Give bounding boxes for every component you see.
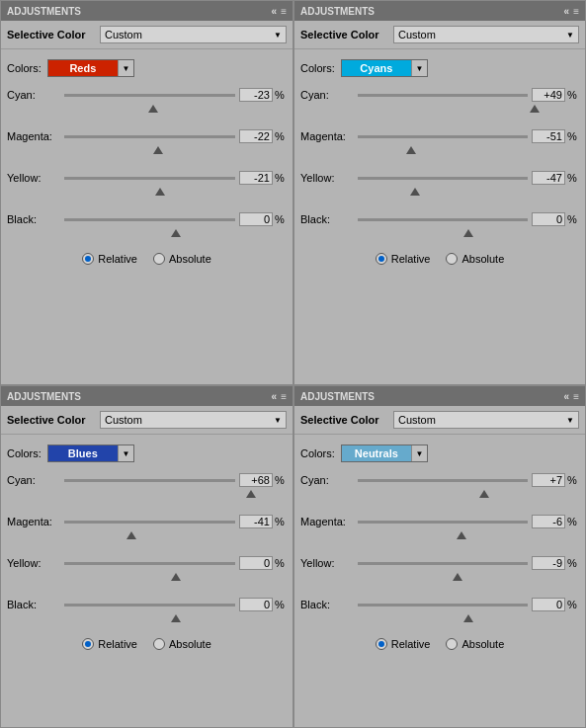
preset-select[interactable]: Custom▼ xyxy=(100,26,287,43)
slider-value[interactable]: -22 xyxy=(239,129,273,143)
slider-thumb-icon[interactable] xyxy=(171,229,181,237)
slider-thumb-container[interactable] xyxy=(358,188,579,198)
slider-thumb-icon[interactable] xyxy=(410,188,420,196)
slider-track[interactable] xyxy=(358,472,528,488)
menu-icon[interactable]: ≡ xyxy=(573,6,579,17)
slider-track[interactable] xyxy=(64,128,235,144)
slider-thumb-icon[interactable] xyxy=(463,229,473,237)
slider-track[interactable] xyxy=(358,87,528,103)
radio-relative-button[interactable] xyxy=(82,638,94,650)
slider-value[interactable]: +7 xyxy=(532,473,565,487)
slider-thumb-container[interactable] xyxy=(358,146,579,156)
radio-relative-button[interactable] xyxy=(376,253,387,265)
slider-track[interactable] xyxy=(358,514,528,529)
slider-thumb-icon[interactable] xyxy=(153,146,163,154)
slider-track[interactable] xyxy=(358,555,528,571)
radio-relative[interactable]: Relative xyxy=(82,638,137,650)
slider-thumb-container[interactable] xyxy=(64,531,287,541)
slider-value[interactable]: -51 xyxy=(532,129,565,143)
slider-thumb-container[interactable] xyxy=(64,614,287,624)
radio-absolute[interactable]: Absolute xyxy=(153,638,211,650)
radio-relative-button[interactable] xyxy=(376,638,387,650)
slider-value[interactable]: 0 xyxy=(532,598,565,611)
slider-thumb-icon[interactable] xyxy=(457,531,466,539)
slider-value[interactable]: +49 xyxy=(532,88,565,102)
collapse-icon[interactable]: « xyxy=(564,6,570,17)
menu-icon[interactable]: ≡ xyxy=(281,391,287,402)
slider-thumb-icon[interactable] xyxy=(171,573,181,581)
slider-thumb-icon[interactable] xyxy=(171,614,181,622)
radio-absolute-button[interactable] xyxy=(153,253,165,265)
slider-thumb-container[interactable] xyxy=(64,188,287,198)
color-dropdown-arrow-icon[interactable]: ▼ xyxy=(118,60,133,76)
slider-value[interactable]: 0 xyxy=(532,212,565,226)
color-dropdown-arrow-icon[interactable]: ▼ xyxy=(411,60,427,76)
slider-track[interactable] xyxy=(358,128,528,144)
slider-thumb-container[interactable] xyxy=(358,105,579,115)
radio-absolute[interactable]: Absolute xyxy=(153,253,211,265)
slider-thumb-container[interactable] xyxy=(358,614,579,624)
slider-value[interactable]: -9 xyxy=(532,556,565,570)
slider-thumb-container[interactable] xyxy=(358,490,579,500)
slider-thumb-icon[interactable] xyxy=(530,105,540,113)
collapse-icon[interactable]: « xyxy=(564,391,570,402)
slider-value[interactable]: -41 xyxy=(239,515,273,528)
color-selector-button[interactable]: Cyans▼ xyxy=(341,59,428,77)
preset-select[interactable]: Custom▼ xyxy=(393,411,579,429)
slider-thumb-container[interactable] xyxy=(64,490,287,500)
radio-relative-button[interactable] xyxy=(82,253,94,265)
collapse-icon[interactable]: « xyxy=(272,6,278,17)
radio-absolute[interactable]: Absolute xyxy=(446,253,504,265)
slider-track[interactable] xyxy=(358,597,528,612)
slider-thumb-container[interactable] xyxy=(358,573,579,583)
slider-track[interactable] xyxy=(64,597,235,612)
radio-relative[interactable]: Relative xyxy=(82,253,137,265)
slider-thumb-icon[interactable] xyxy=(406,146,416,154)
color-dropdown-arrow-icon[interactable]: ▼ xyxy=(118,445,133,461)
slider-value[interactable]: 0 xyxy=(239,212,273,226)
color-selector-button[interactable]: Blues▼ xyxy=(47,445,134,462)
slider-thumb-icon[interactable] xyxy=(155,188,165,196)
slider-track[interactable] xyxy=(64,170,235,186)
radio-absolute[interactable]: Absolute xyxy=(446,638,504,650)
slider-value[interactable]: -21 xyxy=(239,171,273,185)
slider-value[interactable]: 0 xyxy=(239,556,273,570)
slider-thumb-icon[interactable] xyxy=(463,614,473,622)
radio-relative[interactable]: Relative xyxy=(376,253,431,265)
slider-track[interactable] xyxy=(64,514,235,529)
radio-absolute-button[interactable] xyxy=(446,253,458,265)
color-selector-button[interactable]: Neutrals▼ xyxy=(341,445,428,462)
radio-relative[interactable]: Relative xyxy=(376,638,431,650)
slider-thumb-icon[interactable] xyxy=(246,490,256,498)
slider-track[interactable] xyxy=(358,211,528,227)
slider-value[interactable]: +68 xyxy=(239,473,273,487)
slider-track[interactable] xyxy=(358,170,528,186)
slider-thumb-icon[interactable] xyxy=(479,490,489,498)
collapse-icon[interactable]: « xyxy=(272,391,278,402)
color-selector-button[interactable]: Reds▼ xyxy=(47,59,134,77)
slider-value[interactable]: -47 xyxy=(532,171,565,185)
menu-icon[interactable]: ≡ xyxy=(573,391,579,402)
color-dropdown-arrow-icon[interactable]: ▼ xyxy=(411,445,427,461)
slider-thumb-container[interactable] xyxy=(64,229,287,239)
slider-thumb-container[interactable] xyxy=(64,146,287,156)
slider-value[interactable]: -23 xyxy=(239,88,273,102)
slider-thumb-container[interactable] xyxy=(358,229,579,239)
slider-thumb-icon[interactable] xyxy=(453,573,462,581)
slider-value[interactable]: -6 xyxy=(532,515,565,528)
slider-thumb-container[interactable] xyxy=(64,573,287,583)
slider-thumb-container[interactable] xyxy=(358,531,579,541)
preset-select[interactable]: Custom▼ xyxy=(393,26,579,43)
radio-absolute-button[interactable] xyxy=(446,638,458,650)
slider-track[interactable] xyxy=(64,555,235,571)
slider-track[interactable] xyxy=(64,472,235,488)
slider-value[interactable]: 0 xyxy=(239,598,273,611)
slider-track[interactable] xyxy=(64,87,235,103)
menu-icon[interactable]: ≡ xyxy=(281,6,287,17)
slider-track[interactable] xyxy=(64,211,235,227)
slider-thumb-container[interactable] xyxy=(64,105,287,115)
preset-select[interactable]: Custom▼ xyxy=(100,411,287,429)
slider-thumb-icon[interactable] xyxy=(126,531,136,539)
radio-absolute-button[interactable] xyxy=(153,638,165,650)
slider-thumb-icon[interactable] xyxy=(148,105,158,113)
